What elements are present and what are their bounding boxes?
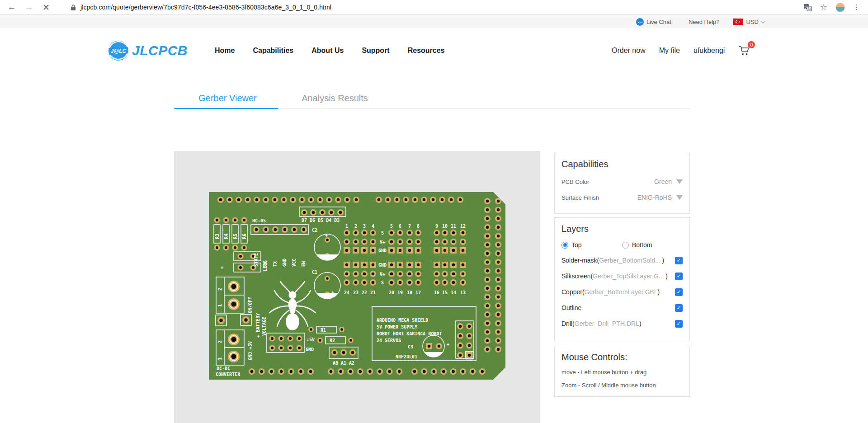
svg-text:G: G (808, 6, 811, 10)
svg-text:GND: GND (378, 248, 387, 253)
translate-icon[interactable]: 文 G (803, 4, 812, 11)
back-icon[interactable]: ← (6, 2, 17, 12)
bookmark-star-icon[interactable]: ☆ (820, 3, 827, 11)
username-link[interactable]: ufukbengi (693, 47, 725, 55)
svg-text:S: S (381, 230, 384, 235)
svg-text:23: 23 (353, 290, 359, 295)
jlcpcb-logo[interactable]: J@LC JLCPCB (108, 28, 188, 73)
site-header: J@LC JLCPCB Home Capabilities About Us S… (0, 28, 868, 73)
nav-resources[interactable]: Resources (408, 47, 445, 55)
pcb-label-nrf: NRF24L01 (396, 354, 417, 359)
pcb-label-dcdc: DC-DC (217, 366, 230, 371)
turkey-flag-icon (733, 19, 743, 25)
pcb-label-c3: C3 (408, 344, 413, 349)
layer-label: Copper(Gerber_BottomLayer.GBL) (561, 288, 660, 296)
svg-text:15: 15 (442, 290, 448, 295)
jlcpcb-logo-icon: J@LC (108, 40, 129, 61)
layer-row-silkscreen: Silkscreen(Gerber_TopSilkLayer.G... ) ✓ (561, 272, 683, 280)
tab-analysis-results[interactable]: Analysis Results (281, 93, 388, 108)
svg-text:22: 22 (362, 290, 367, 295)
svg-text:2: 2 (354, 224, 357, 229)
capabilities-title: Capabilities (561, 159, 683, 169)
tab-gerber-viewer[interactable]: Gerber Viewer (174, 93, 281, 108)
gerber-canvas[interactable]: 124223322421520619718817916101511141213S… (174, 151, 540, 423)
svg-text:10: 10 (442, 224, 448, 229)
pcb-color-label: PCB Color (561, 179, 589, 185)
layer-checkbox-soldermask[interactable]: ✓ (675, 257, 683, 264)
layer-label: Drill(Gerber_Drill_PTH.DRL) (561, 320, 642, 328)
svg-text:21: 21 (370, 290, 376, 295)
pcb-color-row: PCB Color Green (561, 178, 683, 185)
pcb-label-c2: C2 (312, 228, 317, 233)
layer-row-outline: Outline ✓ (561, 304, 683, 312)
pcb-label-onoff-1: 1 (217, 304, 222, 307)
layers-panel: Layers Top Bottom Solder-mask(Gerber_Bot… (554, 217, 690, 342)
pcb-label-tx: TX (273, 261, 278, 267)
layer-checkbox-outline[interactable]: ✓ (675, 304, 683, 312)
layers-title: Layers (561, 224, 683, 234)
nav-support[interactable]: Support (362, 47, 389, 55)
pcb-board: 124223322421520619718817916101511141213S… (209, 192, 505, 380)
jlcpcb-wordmark: JLCPCB (132, 43, 188, 58)
pcb-color-select[interactable]: Green (654, 178, 683, 185)
browser-toolbar: ← → ✕ jlcpcb.com/quote/gerberview/7bc97d… (0, 0, 868, 15)
pcb-label-r6: R6 (242, 234, 247, 239)
pcb-label-c3-plus: + (447, 342, 449, 347)
radio-top-control[interactable] (561, 242, 568, 249)
utility-bar: ••• Live Chat Need Help? USD (0, 15, 868, 28)
mouse-controls-panel: Mouse Controls: move - Left mouse button… (554, 346, 690, 397)
svg-text:V+: V+ (380, 272, 385, 277)
url-text: jlcpcb.com/quote/gerberview/7bc97d7c-f05… (80, 4, 331, 11)
surface-finish-row: Surface Finish ENIG-RoHS (561, 194, 683, 201)
layer-row-copper: Copper(Gerber_BottomLayer.GBL) ✓ (561, 288, 683, 296)
browser-menu-icon[interactable]: ⋮ (853, 6, 860, 9)
svg-text:1: 1 (345, 224, 348, 229)
mouse-controls-title: Mouse Controls: (561, 352, 683, 362)
layer-label: Outline (561, 304, 581, 312)
stop-icon[interactable]: ✕ (41, 2, 52, 13)
pcb-label-r4: R4 (224, 234, 229, 239)
radio-top-label: Top (571, 241, 582, 249)
lock-icon (71, 4, 76, 11)
layer-checkbox-silkscreen[interactable]: ✓ (675, 273, 683, 280)
capabilities-panel: Capabilities PCB Color Green Surface Fin… (554, 153, 690, 214)
live-chat-link[interactable]: ••• Live Chat (636, 18, 671, 26)
pcb-label-onoff: ON/OFF (248, 297, 253, 313)
svg-text:GND: GND (378, 263, 387, 268)
layer-row-drill: Drill(Gerber_Drill_PTH.DRL) ✓ (561, 320, 683, 328)
nav-about-us[interactable]: About Us (311, 47, 344, 55)
svg-text:S: S (381, 280, 384, 285)
surface-finish-select[interactable]: ENIG-RoHS (637, 194, 683, 201)
svg-text:11: 11 (451, 224, 456, 229)
svg-text:20: 20 (389, 290, 394, 295)
my-file-link[interactable]: My file (659, 47, 680, 55)
pcb-label-r5: R5 (233, 234, 238, 239)
svg-text:18: 18 (407, 290, 412, 295)
pcb-label-c1: C1 (312, 270, 317, 275)
forward-icon[interactable]: → (24, 2, 34, 12)
address-bar[interactable]: jlcpcb.com/quote/gerberview/7bc97d7c-f05… (60, 4, 803, 11)
need-help-link[interactable]: Need Help? (689, 19, 720, 25)
currency-selector[interactable]: USD (733, 19, 764, 25)
radio-bottom[interactable]: Bottom (622, 241, 683, 249)
svg-text:14: 14 (451, 290, 456, 295)
order-now-link[interactable]: Order now (612, 47, 646, 55)
dropdown-triangle-icon (676, 195, 683, 200)
browser-profile-avatar[interactable] (835, 3, 845, 12)
radio-bottom-control[interactable] (622, 242, 629, 249)
layer-row-soldermask: Solder-mask(Gerber_BottomSold... ) ✓ (561, 256, 683, 264)
nav-capabilities[interactable]: Capabilities (253, 47, 293, 55)
layer-checkbox-copper[interactable]: ✓ (675, 288, 683, 296)
svg-text:8: 8 (417, 224, 420, 229)
cart-button[interactable]: 0 (738, 45, 752, 56)
page: ← → ✕ jlcpcb.com/quote/gerberview/7bc97d… (0, 0, 868, 423)
pcb-label-box4: 24 SERVOS (377, 338, 401, 343)
svg-text:24: 24 (344, 290, 349, 295)
dropdown-triangle-icon (676, 179, 683, 184)
radio-top[interactable]: Top (561, 241, 622, 249)
svg-text:9: 9 (435, 224, 438, 229)
nav-home[interactable]: Home (215, 47, 235, 55)
layer-checkbox-drill[interactable]: ✓ (675, 320, 683, 328)
chevron-down-icon (761, 19, 765, 24)
layer-side-radios: Top Bottom (561, 241, 683, 249)
